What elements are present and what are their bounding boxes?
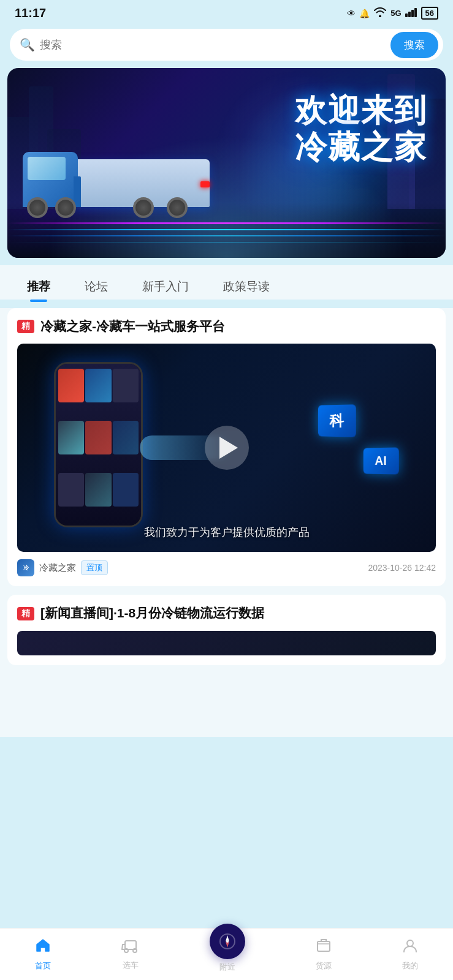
article-item-1: 精 冷藏之家-冷藏车一站式服务平台 科: [7, 308, 446, 586]
nav-item-vehicles[interactable]: 选车: [109, 935, 152, 974]
status-icons: 👁 🔔 5G 56: [347, 7, 438, 20]
cargo-icon: [316, 938, 332, 958]
article-footer-1: 冷 冷藏之家 置顶 2023-10-26 12:42: [17, 559, 436, 576]
signal-icon: [405, 7, 417, 19]
nav-item-cargo[interactable]: 货源: [303, 934, 344, 975]
float-panel-ke: 科: [318, 405, 356, 437]
compass-icon: [210, 924, 245, 959]
play-button[interactable]: [205, 426, 249, 470]
phone-cell-4: [58, 421, 84, 454]
video-thumbnail-1[interactable]: 科 AI 我们致力于为客户提供优质的产品: [17, 344, 436, 552]
article-item-2: 精 [新闻直播间]·1-8月份冷链物流运行数据: [7, 595, 446, 665]
author-info: 冷 冷藏之家 置顶: [17, 559, 108, 576]
nav-label-nearby: 附近: [219, 962, 235, 973]
nav-label-vehicles: 选车: [123, 960, 139, 971]
article-2-preview: [17, 631, 436, 655]
status-bar: 11:17 👁 🔔 5G 56: [0, 0, 453, 24]
content-area: 精 冷藏之家-冷藏车一站式服务平台 科: [0, 308, 453, 737]
tabs-area: 推荐 论坛 新手入门 政策导读: [0, 265, 453, 300]
tab-recommend[interactable]: 推荐: [10, 274, 67, 300]
alarm-icon: 🔔: [359, 9, 370, 18]
bottom-spacer: [7, 674, 446, 735]
svg-rect-4: [125, 941, 136, 949]
phone-cell-3: [113, 369, 139, 402]
banner-title-line2: 冷藏之家: [295, 129, 427, 166]
phone-mockup: [54, 362, 143, 527]
pin-badge: 置顶: [81, 560, 108, 575]
svg-rect-1: [408, 12, 411, 17]
nav-item-nearby[interactable]: 附近: [197, 932, 257, 976]
svg-point-12: [407, 940, 413, 946]
search-button[interactable]: 搜索: [390, 32, 438, 58]
svg-point-6: [133, 949, 137, 952]
phone-cell-7: [58, 473, 84, 507]
nav-label-home: 首页: [35, 960, 51, 971]
banner-truck: [20, 126, 216, 224]
phone-cell-8: [85, 473, 111, 507]
svg-rect-2: [411, 10, 414, 17]
svg-point-5: [124, 949, 128, 952]
battery-icon: 56: [421, 7, 438, 20]
article-date: 2023-10-26 12:42: [368, 563, 436, 573]
article-title-2: [新闻直播间]·1-8月份冷链物流运行数据: [40, 605, 264, 622]
nav-label-mine: 我的: [402, 960, 418, 971]
phone-cell-6: [113, 421, 139, 454]
video-subtitle: 我们致力于为客户提供优质的产品: [17, 525, 436, 540]
truck-icon: [121, 938, 140, 957]
nav-item-mine[interactable]: 我的: [390, 934, 430, 975]
phone-cell-2: [85, 369, 111, 402]
article-title-row-1: 精 冷藏之家-冷藏车一站式服务平台: [17, 318, 436, 335]
article-title-row-2: 精 [新闻直播间]·1-8月份冷链物流运行数据: [17, 605, 436, 622]
search-bar: 🔍 搜索: [10, 29, 443, 61]
tab-forum[interactable]: 论坛: [67, 274, 125, 300]
search-bar-area: 🔍 搜索: [0, 24, 453, 68]
phone-screen: [56, 364, 141, 526]
search-icon: 🔍: [20, 37, 35, 52]
tab-beginner[interactable]: 新手入门: [125, 274, 206, 300]
wifi-icon: [373, 7, 387, 19]
svg-rect-0: [405, 13, 408, 17]
search-input[interactable]: [40, 39, 390, 51]
author-name: 冷藏之家: [39, 562, 76, 574]
float-panel-ai: AI: [364, 448, 399, 475]
phone-cell-9: [113, 473, 139, 507]
article-title-1: 冷藏之家-冷藏车一站式服务平台: [40, 318, 225, 335]
eye-icon: 👁: [347, 9, 356, 18]
badge-jing-1: 精: [17, 320, 34, 333]
banner: 欢迎来到 冷藏之家: [7, 68, 446, 258]
home-icon: [35, 938, 51, 958]
nav-item-home[interactable]: 首页: [23, 934, 63, 975]
svg-rect-3: [414, 8, 417, 17]
status-time: 11:17: [15, 6, 46, 20]
svg-point-10: [226, 940, 229, 943]
phone-cell-1: [58, 369, 84, 402]
5g-label: 5G: [390, 9, 401, 18]
banner-title: 欢迎来到 冷藏之家: [295, 92, 427, 166]
user-icon: [402, 938, 418, 958]
tab-policy[interactable]: 政策导读: [206, 274, 287, 300]
badge-jing-2: 精: [17, 607, 34, 620]
tabs: 推荐 论坛 新手入门 政策导读: [10, 274, 443, 300]
banner-title-line1: 欢迎来到: [295, 92, 427, 129]
phone-cell-5: [85, 421, 111, 454]
nav-label-cargo: 货源: [316, 960, 332, 971]
bottom-nav: 首页 选车 附近: [0, 928, 453, 980]
svg-rect-11: [318, 941, 330, 951]
play-triangle: [219, 437, 238, 459]
author-avatar: 冷: [17, 559, 34, 576]
